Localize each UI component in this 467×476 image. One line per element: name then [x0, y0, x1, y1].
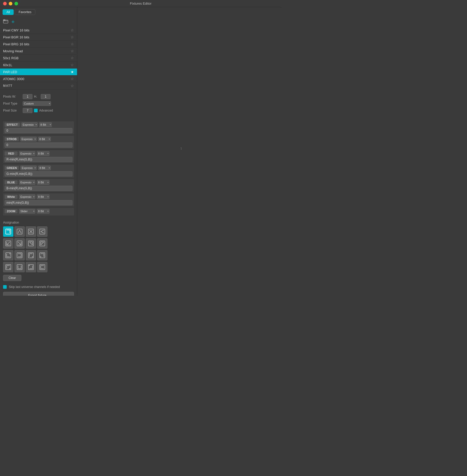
star-icon[interactable]: ☆ [71, 42, 74, 46]
assign-btn-3[interactable] [37, 226, 47, 237]
canvas-number: 1 [180, 147, 182, 150]
star-icon[interactable]: ☆ [71, 49, 74, 53]
fixture-item-pixel-cmy[interactable]: Pixel CMY 16 bits ☆ [0, 27, 77, 34]
star-icon[interactable]: ☆ [71, 28, 74, 32]
channel-green-value-input[interactable] [5, 171, 72, 176]
assign-btn-10[interactable] [26, 250, 36, 260]
assign-btn-4[interactable] [3, 238, 13, 249]
tab-all[interactable]: All [3, 9, 14, 15]
channel-white-value-input[interactable] [5, 200, 72, 205]
fixture-item-atomic[interactable]: ATOMIC 3000 ☆ [0, 75, 77, 82]
star-icon[interactable]: ☆ [71, 56, 74, 60]
channel-white-label-row: White Expresio Slider 8 Bit 16 Bit [5, 194, 72, 199]
assign-btn-0[interactable] [3, 226, 13, 237]
assign-btn-13[interactable] [14, 262, 25, 272]
channel-green-type-select[interactable]: Expresio Slider [20, 166, 37, 170]
channel-white-type-select[interactable]: Expresio Slider [19, 194, 35, 199]
channel-zoom-tag: ZOOM [5, 209, 18, 213]
section-star-icon[interactable]: ☆ [71, 84, 74, 88]
assign-btn-15[interactable] [37, 262, 47, 272]
channel-effect-type-wrap: Expresio Slider [21, 122, 38, 127]
section-header: MATT ☆ [0, 82, 77, 89]
folder-icon-button[interactable] [3, 18, 9, 26]
export-button[interactable]: Export fixture... [3, 292, 74, 296]
fixture-item-moving-head[interactable]: Moving Head ☆ [0, 48, 77, 55]
fixture-item-pixel-bgr[interactable]: Pixel BGR 16 bits ☆ [0, 34, 77, 41]
pixel-type-select[interactable]: Custom RGB RGBW [23, 101, 51, 106]
channel-green-tag: GREEN [5, 166, 19, 170]
tab-row: All Favorites [0, 7, 77, 17]
window-controls [3, 2, 18, 5]
assign-btn-1[interactable] [14, 226, 25, 237]
advanced-color-box[interactable] [34, 109, 38, 112]
channel-zoom-type-select[interactable]: Slider Expresio [19, 209, 35, 214]
channel-red-bits-wrap: 8 Bit 16 Bit [37, 151, 49, 156]
channel-green-bits-select[interactable]: 8 Bit 16 Bit [38, 166, 51, 170]
assign-grid-row3 [3, 250, 74, 260]
channel-red-bits-select[interactable]: 8 Bit 16 Bit [37, 151, 49, 156]
assign-btn-11[interactable] [37, 250, 47, 260]
channel-strob-bits-select[interactable]: 8 Bit 16 Bit [38, 137, 51, 141]
channel-effect-bits-select[interactable]: 8 Bit 16 Bit [39, 122, 52, 127]
channel-strob-label-row: STROB Expresio Slider 8 Bit 16 Bit [5, 137, 72, 141]
channel-green-label-row: GREEN Expresio Slider 8 Bit 16 Bit [5, 166, 72, 170]
assign-btn-12[interactable] [3, 262, 13, 272]
channel-blue-type-select[interactable]: Expresio Slider [19, 180, 35, 185]
assign-btn-2[interactable] [26, 226, 36, 237]
minimize-button[interactable] [9, 2, 12, 5]
channel-strob-value-input[interactable] [5, 142, 72, 148]
pixel-size-input[interactable] [23, 108, 32, 113]
channel-green-type-wrap: Expresio Slider [20, 166, 37, 170]
svg-rect-3 [17, 229, 22, 234]
star-icon-active[interactable]: ★ [71, 70, 74, 74]
assign-btn-8[interactable] [3, 250, 13, 260]
maximize-button[interactable] [14, 2, 18, 5]
props-section: Pixels W: H. Pixel Type Custom RGB RGBW [0, 91, 77, 118]
pixels-row: Pixels W: H. [3, 94, 74, 99]
pixel-size-row: Pixel Size Advanced [3, 108, 74, 113]
channel-white-value-row [5, 200, 72, 205]
clear-button[interactable]: Clear [3, 275, 21, 281]
pixel-type-label: Pixel Type [3, 102, 21, 105]
main-area: 1 [77, 7, 281, 296]
window-title: Fixtures Editor [130, 2, 152, 5]
fixture-item-50x1rgb[interactable]: 50x1 RGB ☆ [0, 55, 77, 62]
channel-red: RED Expresio Slider 8 Bit 16 Bit [3, 150, 74, 163]
sidebar: All Favorites + Pixel CMY 16 bits ☆ Pixe… [0, 7, 77, 296]
star-icon[interactable]: ☆ [71, 63, 74, 67]
fixture-item-pixel-brg[interactable]: Pixel BRG 16 bits ☆ [0, 41, 77, 48]
section-header-text: MATT [3, 84, 12, 88]
star-icon[interactable]: ☆ [71, 77, 74, 81]
assign-btn-5[interactable] [14, 238, 25, 249]
skip-checkbox[interactable] [3, 285, 7, 289]
fixture-item-par-led[interactable]: PAR LED ★ [0, 69, 77, 75]
advanced-label[interactable]: Advanced [39, 109, 53, 112]
assign-btn-9[interactable] [14, 250, 25, 260]
channel-blue-value-input[interactable] [5, 186, 72, 191]
close-button[interactable] [3, 2, 7, 5]
channel-effect-value-row [5, 128, 72, 133]
channel-effect-value-input[interactable] [5, 128, 72, 133]
pixels-w-input[interactable] [23, 94, 32, 99]
assign-btn-14[interactable] [26, 262, 36, 272]
star-icon[interactable]: ☆ [71, 35, 74, 39]
channel-zoom-bits-select[interactable]: 8 Bit 16 Bit [37, 209, 49, 214]
assign-grid-row4 [3, 262, 74, 272]
channel-white-bits-select[interactable]: 8 Bit 16 Bit [37, 194, 49, 199]
channel-red-value-input[interactable] [5, 157, 72, 162]
fixture-item-60x1l[interactable]: 60x1L ☆ [0, 62, 77, 69]
channel-strob-type-wrap: Expresio Slider [20, 137, 37, 141]
svg-point-18 [9, 268, 10, 269]
assign-btn-7[interactable] [37, 238, 47, 249]
pixels-h-input[interactable] [41, 94, 51, 99]
channel-effect-label-row: EFFECT Expresio Slider 8 Bit 16 Bit [5, 122, 72, 127]
channel-strob-type-select[interactable]: Expresio Slider [20, 137, 37, 141]
channel-red-type-select[interactable]: Expresio Slider [19, 151, 35, 156]
add-fixture-button[interactable]: + [11, 18, 15, 26]
channel-effect-bits-wrap: 8 Bit 16 Bit [39, 122, 52, 127]
tab-favorites[interactable]: Favorites [15, 9, 35, 15]
assign-btn-6[interactable] [26, 238, 36, 249]
channel-blue-bits-select[interactable]: 8 Bit 16 Bit [37, 180, 49, 185]
channel-effect-type-select[interactable]: Expresio Slider [21, 122, 38, 127]
skip-label: Skip last universe channels if needed [9, 285, 60, 289]
